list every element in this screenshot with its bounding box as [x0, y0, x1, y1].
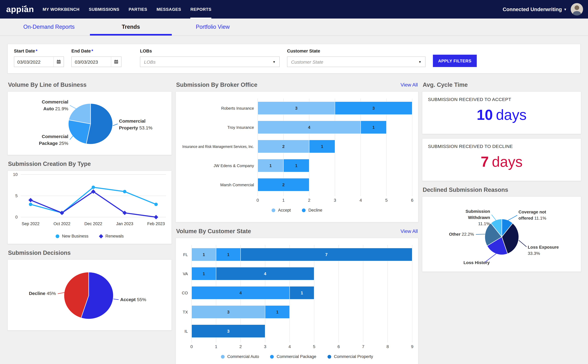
start-date-group: Start Date* [14, 48, 64, 67]
legend-label: Commercial Property [334, 354, 373, 359]
label-leader-line [492, 215, 496, 221]
required-asterisk: * [91, 48, 93, 53]
tab-trends[interactable]: Trends [90, 19, 172, 36]
reports-dashboard: appian MY WORKBENCH SUBMISSIONS PARTIES … [0, 0, 588, 364]
broker-office-view-all-link[interactable]: View All [401, 82, 418, 88]
appian-logo[interactable]: appian [6, 5, 34, 14]
x-tick-label: 6 [411, 198, 413, 203]
section-title-submission-decisions: Submission Decisions [8, 250, 71, 256]
section-title-declined-reasons: Declined Submission Reasons [423, 187, 508, 193]
customer-state-bar-chart: 0123456789FL117VA14CO41TX31IL3 [180, 242, 414, 352]
x-tick-label: 6 [337, 344, 340, 349]
bar-value-label: 1 [227, 252, 229, 257]
customer-state-placeholder: Customer State [291, 59, 323, 65]
category-label: Marsh Commercial [220, 182, 254, 187]
account-name: Connected Underwriting [503, 6, 562, 12]
broker-office-card: 0123456Roberts Insurance33Troy Insurance… [176, 91, 418, 222]
category-label: Troy Insurance [227, 125, 254, 130]
x-tick-label: 4 [288, 344, 291, 349]
customer-state-view-all-link[interactable]: View All [401, 228, 418, 234]
bar-value-label: 3 [227, 329, 229, 334]
tab-on-demand-reports[interactable]: On-Demand Reports [8, 19, 90, 36]
bar-value-label: 4 [308, 125, 310, 130]
bar-value-label: 1 [269, 163, 272, 168]
declined-reasons-pie-chart: Coverage notoffered 11.1%Loss Exposure33… [427, 201, 576, 266]
legend-item: New Business [55, 234, 88, 238]
pie-label: SubmissionWithdrawn11.1% [465, 209, 490, 226]
pie-label: Other 22.2% [449, 232, 474, 237]
tab-portfolio-view[interactable]: Portfolio View [172, 19, 254, 36]
category-label: Insurance and Risk Management Services, … [182, 144, 254, 149]
category-label: TX [183, 310, 188, 314]
dropdown-caret-icon: ▼ [418, 60, 421, 64]
pie-label: Coverage notoffered 11.1% [518, 210, 546, 221]
label-leader-line [70, 105, 77, 109]
label-leader-line [519, 240, 527, 247]
category-label: IL [184, 329, 188, 334]
label-leader-line [476, 234, 485, 234]
nav-item-submissions[interactable]: SUBMISSIONS [89, 0, 119, 19]
line-series [31, 191, 156, 217]
broker-office-legend: AcceptDecline [180, 205, 413, 216]
declined-reasons-card: Coverage notoffered 11.1%Loss Exposure33… [422, 196, 581, 272]
data-point [91, 186, 95, 189]
x-tick-label: Dec 2022 [84, 221, 102, 226]
creation-by-type-card: 0510Sep 2022Oct 2022Dec 2022Jan 2023Feb … [7, 170, 172, 244]
x-tick-label: 1 [282, 198, 285, 203]
category-label: JW Edens & Company [214, 163, 254, 168]
x-tick-label: 3 [264, 344, 266, 349]
label-leader-line [70, 136, 73, 140]
lobs-select[interactable]: LOBs ▼ [140, 57, 280, 67]
cycle-decline-value: 7days [428, 153, 575, 170]
legend-item: Decline [302, 208, 322, 213]
end-date-box [71, 57, 121, 67]
section-title-customer-state: Volume By Customer State [176, 228, 251, 235]
account-menu[interactable]: Connected Underwriting ▾ [503, 6, 566, 12]
calendar-icon [114, 59, 119, 64]
bar-value-label: 2 [282, 144, 285, 149]
bar-value-label: 4 [240, 291, 242, 295]
lobs-placeholder: LOBs [144, 59, 156, 65]
end-date-group: End Date* [71, 48, 121, 67]
diamond-marker-icon [99, 234, 103, 238]
label-leader-line [113, 299, 119, 299]
circle-marker-icon [270, 355, 274, 358]
legend-label: Commercial Auto [227, 354, 259, 359]
section-title-volume-by-lob: Volume By Line of Business [8, 82, 86, 88]
apply-filters-button[interactable]: APPLY FILTERS [433, 55, 477, 67]
nav-item-my-workbench[interactable]: MY WORKBENCH [43, 0, 79, 19]
nav-item-reports[interactable]: REPORTS [190, 0, 211, 19]
legend-item: Renewals [99, 234, 124, 238]
broker-office-bar-chart: 0123456Roberts Insurance33Troy Insurance… [180, 95, 414, 205]
customer-state-select[interactable]: Customer State ▼ [287, 57, 425, 67]
legend-label: Renewals [105, 234, 124, 238]
legend-item: Accept [272, 208, 291, 213]
category-label: FL [183, 252, 188, 257]
primary-nav: MY WORKBENCH SUBMISSIONS PARTIES MESSAGE… [43, 0, 211, 19]
legend-label: New Business [62, 234, 88, 238]
cycle-accept-value: 10days [428, 106, 575, 123]
user-avatar[interactable] [571, 3, 583, 15]
bar-value-label: 4 [264, 272, 266, 276]
section-title-creation-by-type: Submission Creation By Type [8, 161, 91, 167]
legend-label: Commercial Package [277, 354, 316, 359]
y-tick-label: 5 [15, 194, 18, 198]
start-date-calendar-button[interactable] [53, 57, 64, 67]
x-tick-label: 7 [362, 344, 365, 349]
end-date-label: End Date* [71, 48, 121, 53]
bar-value-label: 1 [372, 125, 375, 130]
end-date-calendar-button[interactable] [111, 57, 121, 67]
nav-item-parties[interactable]: PARTIES [129, 0, 147, 19]
customer-state-label: Customer State [287, 48, 425, 53]
avatar-image [571, 3, 583, 15]
data-point [123, 190, 126, 193]
pie-label: Loss History22.2% [464, 260, 490, 266]
start-date-input[interactable] [14, 57, 53, 67]
circle-marker-icon [302, 208, 306, 212]
required-asterisk: * [36, 48, 37, 53]
x-tick-label: 3 [334, 198, 336, 203]
end-date-input[interactable] [72, 57, 111, 67]
nav-item-messages[interactable]: MESSAGES [157, 0, 181, 19]
data-point [29, 203, 32, 206]
bar-value-label: 2 [282, 182, 285, 187]
